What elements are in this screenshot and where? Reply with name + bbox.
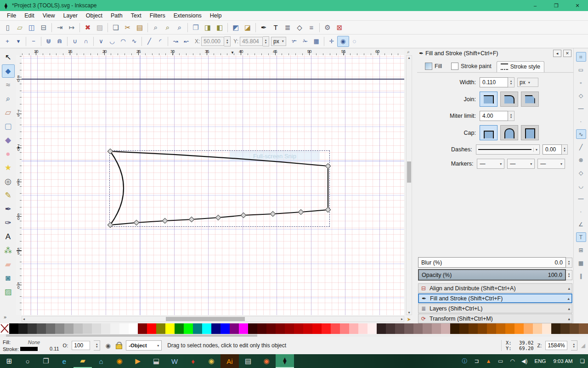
show-bezier-handles-button[interactable]: ◉ <box>337 36 349 47</box>
vertical-scrollbar[interactable]: ▴ ▾ <box>406 55 412 315</box>
square-cap-button[interactable] <box>521 125 539 140</box>
illustrator-taskbar-icon[interactable]: Ai <box>220 354 239 368</box>
color-swatch[interactable] <box>377 323 386 334</box>
tray-avast-icon[interactable]: ▲ <box>483 354 495 368</box>
start-button[interactable]: ⊞ <box>0 354 18 368</box>
dash-offset-spinner-icon[interactable] <box>562 144 568 155</box>
path-node[interactable] <box>107 222 113 228</box>
language-indicator[interactable]: ENG <box>531 358 549 364</box>
edit-mask-path-button[interactable]: ✁ <box>300 36 311 46</box>
minimize-button[interactable]: – <box>525 0 546 11</box>
panel-align-distribute[interactable]: ⊟Align and Distribute (Shift+Ctrl+A)▴ <box>418 283 572 293</box>
object-opacity-field[interactable]: 100 <box>72 341 90 350</box>
corner-node-button[interactable]: ∨ <box>96 36 107 46</box>
snap-bbox-button[interactable]: ▭ <box>576 65 586 75</box>
end-marker-dropdown[interactable]: — <box>537 159 565 169</box>
menu-extensions[interactable]: Extensions <box>170 12 206 20</box>
task-view-button[interactable]: ❐ <box>37 354 55 368</box>
insert-node-menu[interactable]: ▾ <box>13 36 24 46</box>
color-swatch[interactable] <box>55 323 64 334</box>
unlink-clone-icon[interactable]: ◧ <box>214 22 226 33</box>
color-swatch[interactable] <box>276 323 285 334</box>
path-node[interactable] <box>298 209 304 215</box>
ruler-corner-button[interactable]: ⌕ <box>405 49 412 55</box>
action-center-icon[interactable]: ❏ <box>577 358 588 364</box>
menu-text[interactable]: Text <box>127 12 146 20</box>
color-swatch[interactable] <box>368 323 377 334</box>
dash-offset-field[interactable]: 0.00 <box>543 144 562 155</box>
x-coord-spinner-icon[interactable] <box>224 36 231 46</box>
snap-guides-button[interactable]: ∥ <box>576 271 586 281</box>
color-swatch[interactable] <box>423 323 432 334</box>
panel-fill-stroke[interactable]: ✒Fill and Stroke (Shift+Ctrl+F)▴ <box>418 293 572 303</box>
bevel-join-button[interactable] <box>521 92 539 107</box>
color-swatch[interactable] <box>496 323 505 334</box>
snap-cusp-nodes-button[interactable]: ◇ <box>576 168 586 178</box>
print-icon[interactable]: ⊟ <box>38 22 50 33</box>
path-node[interactable] <box>325 207 331 213</box>
spray-tool[interactable]: ⁂ <box>2 244 15 257</box>
restore-button[interactable]: ❐ <box>546 0 567 11</box>
star-tool[interactable]: ★ <box>2 161 15 174</box>
color-swatch[interactable] <box>542 323 551 334</box>
scroll-down-icon[interactable]: ▾ <box>407 310 412 315</box>
round-cap-button[interactable] <box>500 125 518 140</box>
zoom-page-icon[interactable]: ⌕ <box>174 22 186 33</box>
color-swatch[interactable] <box>349 323 358 334</box>
snap-nodes-button[interactable]: ∿ <box>576 129 586 139</box>
color-swatch[interactable] <box>28 323 37 334</box>
document-properties-icon[interactable]: ⊠ <box>334 22 345 33</box>
join-endnodes-button[interactable]: ∪ <box>69 36 80 46</box>
miter-spinner-icon[interactable] <box>508 111 514 121</box>
tray-wifi-icon[interactable]: ◠ <box>507 354 519 368</box>
firefox2-taskbar-icon[interactable]: ◉ <box>257 354 276 368</box>
color-swatch[interactable] <box>505 323 514 334</box>
rectangle-tool[interactable]: ▢ <box>2 120 15 133</box>
color-swatch[interactable] <box>487 323 496 334</box>
color-swatch[interactable] <box>147 323 156 334</box>
color-swatch[interactable] <box>322 323 331 334</box>
path-node[interactable] <box>107 149 113 155</box>
path-node[interactable] <box>270 211 276 217</box>
blur-spinner-icon[interactable] <box>566 258 572 268</box>
color-swatch[interactable] <box>312 323 322 334</box>
snap-text-baseline-button[interactable]: T <box>576 232 586 242</box>
show-path-outline-button[interactable]: ▦ <box>311 36 322 46</box>
vertical-scrollbar-thumb[interactable] <box>407 161 411 183</box>
calligraphy-tool[interactable]: ✑ <box>2 216 15 230</box>
color-swatch[interactable] <box>211 323 220 334</box>
color-swatch[interactable] <box>533 323 542 334</box>
color-swatch[interactable] <box>83 323 92 334</box>
snap-bbox-corners-button[interactable]: ◇ <box>576 91 586 100</box>
y-coord-spinner-icon[interactable] <box>263 36 269 46</box>
snap-smooth-nodes-button[interactable]: ◡ <box>576 181 586 190</box>
snap-line-midpoints-button[interactable]: — <box>576 194 586 203</box>
layer-lock-icon[interactable] <box>116 344 122 349</box>
color-swatch[interactable] <box>92 323 101 334</box>
color-swatch[interactable] <box>294 323 303 334</box>
object-to-path-button[interactable]: ↝ <box>170 36 181 46</box>
preferences-icon[interactable]: ⚙ <box>322 22 334 33</box>
file-explorer-taskbar-icon[interactable]: ▰ <box>74 354 92 368</box>
inkscape-taskbar-icon[interactable]: ⧫ <box>276 354 294 368</box>
path-node[interactable] <box>189 217 195 223</box>
color-swatch[interactable] <box>257 323 266 334</box>
color-swatch[interactable] <box>129 323 138 334</box>
color-swatch[interactable] <box>37 323 46 334</box>
menu-file[interactable]: File <box>3 12 20 20</box>
color-swatch[interactable] <box>551 323 560 334</box>
scroll-left-icon[interactable]: ◂ <box>23 316 25 322</box>
box3d-tool[interactable]: ◆ <box>2 133 15 147</box>
color-swatch[interactable] <box>184 323 193 334</box>
blur-slider[interactable]: Blur (%)0.0 <box>418 257 566 268</box>
color-swatch[interactable] <box>413 323 423 334</box>
color-swatch[interactable] <box>450 323 459 334</box>
pencil-tool[interactable]: ✎ <box>2 189 15 202</box>
round-join-button[interactable] <box>500 92 518 107</box>
color-swatch[interactable] <box>9 323 18 334</box>
tray-volume-icon[interactable]: ◀) <box>519 354 531 368</box>
path-node[interactable] <box>134 220 140 226</box>
show-outline-button[interactable]: ◌ <box>349 36 360 46</box>
duplicate-icon[interactable]: ❐ <box>190 22 202 33</box>
notepad-taskbar-icon[interactable]: ▤ <box>239 354 257 368</box>
